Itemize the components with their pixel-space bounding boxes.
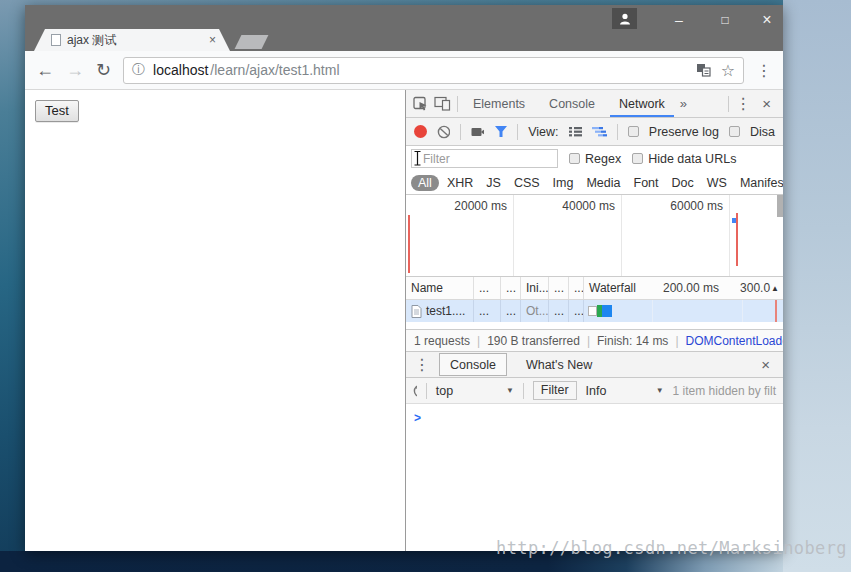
browser-menu-button[interactable]: ⋮ (756, 61, 772, 80)
separator (523, 383, 524, 399)
type-filter-media[interactable]: Media (581, 175, 625, 191)
record-button[interactable] (414, 125, 427, 138)
network-overview-timeline[interactable]: 20000 ms 40000 ms 60000 ms (406, 195, 783, 277)
console-output-area[interactable]: > (406, 404, 783, 551)
tab-network[interactable]: Network (610, 90, 674, 117)
test-button[interactable]: Test (35, 100, 79, 122)
overview-gridline (513, 195, 514, 276)
type-filter-xhr[interactable]: XHR (442, 175, 478, 191)
devtools-close-button[interactable]: × (757, 95, 776, 112)
type-filter-font[interactable]: Font (629, 175, 664, 191)
waterfall-download-bar (602, 305, 612, 317)
new-tab-button[interactable] (235, 35, 269, 49)
csdn-watermark: http://blog.csdn.net/Marksinoberg (496, 538, 847, 558)
translate-icon[interactable] (696, 63, 711, 77)
hide-data-urls-checkbox[interactable] (632, 153, 643, 164)
request-row[interactable]: test1.... ... ... Ot... ... ... (406, 300, 783, 322)
window-close-button[interactable]: × (751, 7, 783, 33)
console-prompt-icon[interactable]: > (414, 411, 421, 425)
summary-separator: | (477, 334, 480, 348)
devtools-menu-button[interactable]: ⋮ (735, 94, 751, 113)
more-tabs-icon[interactable]: » (680, 96, 687, 111)
summary-separator: | (675, 334, 678, 348)
type-filter-all[interactable]: All (411, 175, 439, 191)
column-size[interactable]: ... (549, 277, 569, 299)
waterfall-header-label: Waterfall (589, 281, 636, 295)
overview-tick-label: 40000 ms (562, 199, 621, 213)
tab-close-icon[interactable]: × (209, 34, 216, 46)
hidden-items-message: 1 item hidden by filt (673, 384, 776, 398)
page-favicon-icon (51, 34, 61, 46)
tab-console[interactable]: Console (540, 90, 604, 117)
tab-elements[interactable]: Elements (464, 90, 534, 117)
browser-window: ajax 测试 × – □ × ← → ↻ ⓘ localhost /learn… (25, 5, 783, 551)
clear-console-icon[interactable] (413, 384, 417, 398)
regex-checkbox[interactable] (569, 153, 580, 164)
overview-scrollbar-thumb[interactable] (777, 195, 783, 217)
domcontentloaded-event-tick (732, 218, 736, 223)
disable-cache-checkbox[interactable] (729, 126, 740, 137)
browser-tab[interactable]: ajax 测试 × (34, 29, 230, 51)
url-bar[interactable]: ⓘ localhost /learn/ajax/test1.html ☆ (123, 57, 744, 84)
profile-button[interactable] (612, 8, 637, 29)
drawer-close-button[interactable]: × (756, 356, 775, 373)
requests-table-header: Name ... ... Ini... ... ... Waterfall 20… (406, 277, 783, 300)
type-filter-doc[interactable]: Doc (667, 175, 699, 191)
page-info-icon[interactable]: ⓘ (132, 61, 145, 79)
maximize-button[interactable]: □ (709, 7, 741, 33)
overview-gridline (621, 195, 622, 276)
column-waterfall[interactable]: Waterfall 200.00 ms 300.0 ▲ (584, 277, 783, 299)
waterfall-scale-tick: 200.00 ms (663, 281, 719, 295)
type-filter-js[interactable]: JS (481, 175, 506, 191)
device-toolbar-icon[interactable] (434, 96, 451, 111)
summary-finish: Finish: 14 ms (597, 334, 668, 348)
overview-tick-label: 20000 ms (454, 199, 513, 213)
load-event-line (736, 213, 738, 266)
waterfall-gridline (652, 300, 653, 322)
filter-funnel-icon[interactable] (494, 125, 507, 138)
console-drawer-tabbar: ⋮ Console What's New × (406, 351, 783, 378)
inspect-element-icon[interactable] (413, 96, 428, 112)
console-filter-button[interactable]: Filter (533, 381, 577, 400)
overview-gridline (729, 195, 730, 276)
context-value: top (436, 384, 453, 398)
type-filter-img[interactable]: Img (548, 175, 579, 191)
waterfall-scale-tick: 300.0 (740, 281, 770, 295)
column-status[interactable]: ... (474, 277, 501, 299)
type-filter-manifest[interactable]: Manifest (735, 175, 783, 191)
network-filter-input[interactable] (411, 149, 558, 168)
titlebar[interactable]: ajax 测试 × – □ × (25, 5, 783, 51)
separator (728, 96, 729, 112)
request-type-filters: All XHR JS CSS Img Media Font Doc WS Man… (406, 171, 783, 195)
column-type[interactable]: ... (501, 277, 521, 299)
request-size: ... (549, 300, 569, 322)
back-button[interactable]: ← (36, 61, 54, 79)
execution-context-dropdown[interactable]: top ▼ (436, 384, 514, 398)
forward-button[interactable]: → (66, 61, 84, 79)
column-name[interactable]: Name (406, 277, 474, 299)
drawer-menu-button[interactable]: ⋮ (414, 355, 430, 374)
summary-requests: 1 requests (414, 334, 470, 348)
column-initiator[interactable]: Ini... (521, 277, 549, 299)
request-waterfall-cell (584, 300, 783, 322)
view-waterfall-icon[interactable] (592, 126, 607, 137)
clear-requests-icon[interactable] (437, 125, 450, 139)
bookmark-star-icon[interactable]: ☆ (721, 61, 735, 80)
disable-cache-label: Disa (750, 125, 775, 139)
regex-label: Regex (585, 152, 621, 166)
type-filter-ws[interactable]: WS (702, 175, 732, 191)
request-status: ... (474, 300, 501, 322)
network-summary-bar: 1 requests | 190 B transferred | Finish:… (406, 329, 783, 351)
view-list-icon[interactable] (569, 126, 583, 137)
column-time[interactable]: ... (569, 277, 584, 299)
reload-button[interactable]: ↻ (96, 61, 111, 79)
preserve-log-checkbox[interactable] (628, 126, 639, 137)
request-time: ... (569, 300, 584, 322)
drawer-tab-whats-new[interactable]: What's New (516, 352, 602, 377)
log-level-dropdown[interactable]: Info ▼ (586, 384, 664, 398)
hide-data-urls-label: Hide data URLs (648, 152, 736, 166)
minimize-button[interactable]: – (663, 7, 695, 33)
drawer-tab-console[interactable]: Console (439, 353, 507, 376)
capture-screenshots-icon[interactable] (471, 127, 485, 137)
type-filter-css[interactable]: CSS (509, 175, 545, 191)
